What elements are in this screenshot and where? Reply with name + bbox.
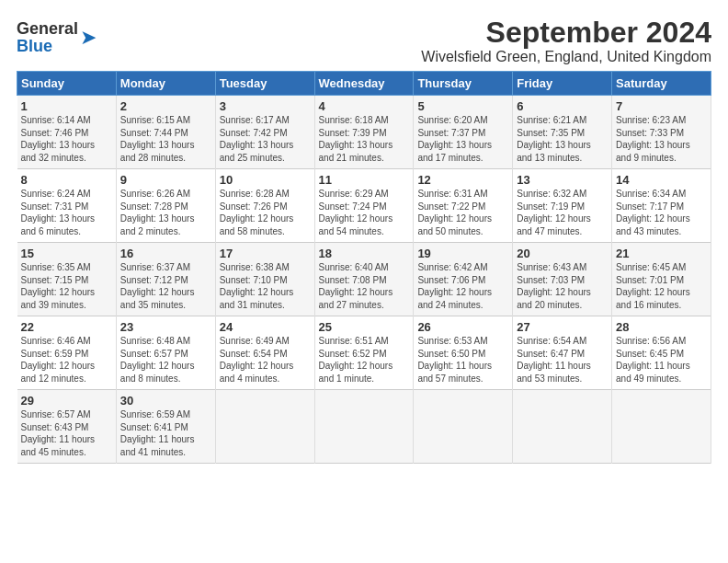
day-info: Sunrise: 6:34 AMSunset: 7:17 PMDaylight:… — [616, 189, 690, 236]
day-info: Sunrise: 6:21 AMSunset: 7:35 PMDaylight:… — [517, 115, 591, 163]
col-wednesday: Wednesday — [314, 72, 414, 96]
table-row: 24 Sunrise: 6:49 AMSunset: 6:54 PMDaylig… — [215, 316, 314, 390]
table-row: 5 Sunrise: 6:20 AMSunset: 7:37 PMDayligh… — [414, 96, 513, 169]
day-info: Sunrise: 6:29 AMSunset: 7:24 PMDaylight:… — [319, 189, 393, 236]
logo-bird-icon: ➤ — [80, 26, 97, 50]
table-row: 2 Sunrise: 6:15 AMSunset: 7:44 PMDayligh… — [116, 96, 215, 169]
title-block: September 2024 Wivelsfield Green, Englan… — [421, 17, 711, 65]
day-number: 8 — [21, 173, 112, 187]
table-row: 26 Sunrise: 6:53 AMSunset: 6:50 PMDaylig… — [414, 316, 513, 390]
day-number: 3 — [220, 99, 311, 113]
day-number: 19 — [417, 247, 508, 260]
table-row: 12 Sunrise: 6:31 AMSunset: 7:22 PMDaylig… — [414, 169, 513, 243]
calendar-table: Sunday Monday Tuesday Wednesday Thursday… — [17, 71, 711, 464]
table-row: 25 Sunrise: 6:51 AMSunset: 6:52 PMDaylig… — [314, 316, 414, 390]
table-row — [414, 390, 513, 464]
day-info: Sunrise: 6:49 AMSunset: 6:54 PMDaylight:… — [220, 336, 294, 384]
table-row: 11 Sunrise: 6:29 AMSunset: 7:24 PMDaylig… — [314, 169, 414, 243]
day-info: Sunrise: 6:28 AMSunset: 7:26 PMDaylight:… — [220, 189, 294, 236]
day-number: 12 — [417, 173, 508, 187]
table-row: 16 Sunrise: 6:37 AMSunset: 7:12 PMDaylig… — [116, 243, 215, 316]
table-row: 19 Sunrise: 6:42 AMSunset: 7:06 PMDaylig… — [414, 243, 513, 316]
table-row: 10 Sunrise: 6:28 AMSunset: 7:26 PMDaylig… — [215, 169, 314, 243]
day-info: Sunrise: 6:24 AMSunset: 7:31 PMDaylight:… — [21, 189, 96, 236]
table-row: 6 Sunrise: 6:21 AMSunset: 7:35 PMDayligh… — [513, 96, 612, 169]
table-row: 17 Sunrise: 6:38 AMSunset: 7:10 PMDaylig… — [215, 243, 314, 316]
day-number: 5 — [417, 99, 508, 113]
day-info: Sunrise: 6:40 AMSunset: 7:08 PMDaylight:… — [319, 262, 393, 310]
day-number: 24 — [220, 320, 311, 334]
day-info: Sunrise: 6:31 AMSunset: 7:22 PMDaylight:… — [417, 189, 492, 236]
table-row: 30 Sunrise: 6:59 AMSunset: 6:41 PMDaylig… — [116, 390, 215, 464]
day-number: 27 — [517, 320, 608, 334]
day-number: 7 — [616, 99, 707, 113]
day-number: 14 — [616, 173, 707, 187]
calendar-week-row: 22 Sunrise: 6:46 AMSunset: 6:59 PMDaylig… — [17, 316, 711, 390]
day-number: 6 — [517, 99, 608, 113]
table-row — [215, 390, 314, 464]
day-info: Sunrise: 6:42 AMSunset: 7:06 PMDaylight:… — [417, 262, 492, 310]
day-info: Sunrise: 6:43 AMSunset: 7:03 PMDaylight:… — [517, 262, 591, 310]
table-row: 7 Sunrise: 6:23 AMSunset: 7:33 PMDayligh… — [612, 96, 711, 169]
table-row — [513, 390, 612, 464]
table-row: 27 Sunrise: 6:54 AMSunset: 6:47 PMDaylig… — [513, 316, 612, 390]
day-number: 2 — [120, 99, 211, 113]
logo: General Blue ➤ — [17, 20, 97, 55]
day-info: Sunrise: 6:15 AMSunset: 7:44 PMDaylight:… — [120, 115, 195, 163]
day-info: Sunrise: 6:56 AMSunset: 6:45 PMDaylight:… — [616, 336, 690, 384]
day-number: 28 — [616, 320, 707, 334]
day-number: 13 — [517, 173, 608, 187]
day-number: 21 — [616, 247, 707, 260]
col-sunday: Sunday — [17, 72, 117, 96]
table-row: 20 Sunrise: 6:43 AMSunset: 7:03 PMDaylig… — [513, 243, 612, 316]
day-number: 1 — [21, 99, 112, 113]
day-info: Sunrise: 6:53 AMSunset: 6:50 PMDaylight:… — [417, 336, 492, 384]
day-number: 11 — [319, 173, 410, 187]
day-number: 9 — [120, 173, 211, 187]
calendar-week-row: 8 Sunrise: 6:24 AMSunset: 7:31 PMDayligh… — [17, 169, 711, 243]
day-number: 26 — [417, 320, 508, 334]
col-saturday: Saturday — [612, 72, 711, 96]
logo-blue-text: Blue — [17, 37, 52, 55]
day-number: 20 — [517, 247, 608, 260]
day-number: 16 — [120, 247, 211, 260]
page-container: General Blue ➤ September 2024 Wivelsfiel… — [0, 0, 728, 473]
day-number: 25 — [319, 320, 410, 334]
day-number: 10 — [220, 173, 311, 187]
day-info: Sunrise: 6:57 AMSunset: 6:43 PMDaylight:… — [21, 409, 96, 457]
table-row: 21 Sunrise: 6:45 AMSunset: 7:01 PMDaylig… — [612, 243, 711, 316]
day-number: 29 — [21, 394, 112, 408]
day-info: Sunrise: 6:26 AMSunset: 7:28 PMDaylight:… — [120, 189, 195, 236]
day-number: 30 — [120, 394, 211, 408]
table-row: 22 Sunrise: 6:46 AMSunset: 6:59 PMDaylig… — [17, 316, 117, 390]
calendar-subtitle: Wivelsfield Green, England, United Kingd… — [421, 49, 711, 65]
day-number: 15 — [21, 247, 112, 260]
table-row: 1 Sunrise: 6:14 AMSunset: 7:46 PMDayligh… — [17, 96, 117, 169]
table-row: 15 Sunrise: 6:35 AMSunset: 7:15 PMDaylig… — [17, 243, 117, 316]
day-info: Sunrise: 6:48 AMSunset: 6:57 PMDaylight:… — [120, 336, 195, 384]
table-row — [612, 390, 711, 464]
day-info: Sunrise: 6:35 AMSunset: 7:15 PMDaylight:… — [21, 262, 96, 310]
calendar-week-row: 29 Sunrise: 6:57 AMSunset: 6:43 PMDaylig… — [17, 390, 711, 464]
day-info: Sunrise: 6:17 AMSunset: 7:42 PMDaylight:… — [220, 115, 294, 163]
table-row — [314, 390, 414, 464]
calendar-title: September 2024 — [421, 17, 711, 49]
day-info: Sunrise: 6:45 AMSunset: 7:01 PMDaylight:… — [616, 262, 690, 310]
day-info: Sunrise: 6:54 AMSunset: 6:47 PMDaylight:… — [517, 336, 591, 384]
day-number: 23 — [120, 320, 211, 334]
calendar-week-row: 1 Sunrise: 6:14 AMSunset: 7:46 PMDayligh… — [17, 96, 711, 169]
table-row: 8 Sunrise: 6:24 AMSunset: 7:31 PMDayligh… — [17, 169, 117, 243]
table-row: 23 Sunrise: 6:48 AMSunset: 6:57 PMDaylig… — [116, 316, 215, 390]
day-info: Sunrise: 6:59 AMSunset: 6:41 PMDaylight:… — [120, 409, 195, 457]
day-number: 22 — [21, 320, 112, 334]
table-row: 4 Sunrise: 6:18 AMSunset: 7:39 PMDayligh… — [314, 96, 414, 169]
calendar-body: 1 Sunrise: 6:14 AMSunset: 7:46 PMDayligh… — [17, 96, 711, 464]
table-row: 13 Sunrise: 6:32 AMSunset: 7:19 PMDaylig… — [513, 169, 612, 243]
logo-general-text: General — [17, 19, 78, 38]
col-monday: Monday — [116, 72, 215, 96]
table-row: 3 Sunrise: 6:17 AMSunset: 7:42 PMDayligh… — [215, 96, 314, 169]
day-info: Sunrise: 6:32 AMSunset: 7:19 PMDaylight:… — [517, 189, 591, 236]
day-info: Sunrise: 6:51 AMSunset: 6:52 PMDaylight:… — [319, 336, 393, 384]
header: General Blue ➤ September 2024 Wivelsfiel… — [17, 17, 711, 65]
day-number: 4 — [319, 99, 410, 113]
